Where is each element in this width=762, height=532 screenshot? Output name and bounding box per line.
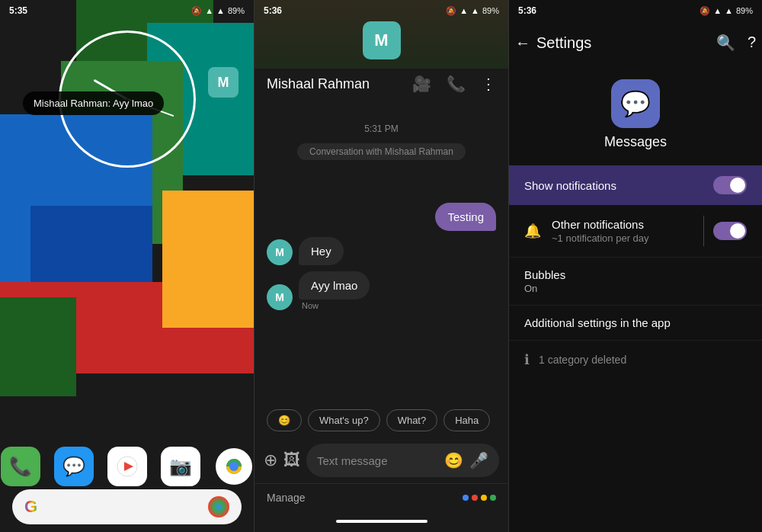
dot-green xyxy=(490,495,496,501)
home-status-bar: 5:35 🔕 ▲ ▲ 89% xyxy=(0,0,254,21)
chat-status-time: 5:36 xyxy=(264,5,282,16)
category-deleted-row: ℹ 1 category deleted xyxy=(509,341,762,379)
chat-action-icons: 🎥 📞 ⋮ xyxy=(412,75,496,93)
quick-reply-emoji[interactable]: 😊 xyxy=(267,409,302,431)
other-notifications-row[interactable]: 🔔 Other notifications ~1 notification pe… xyxy=(509,205,762,258)
other-notifications-title: Other notifications xyxy=(552,218,694,231)
received-avatar-1: M xyxy=(267,239,293,265)
settings-wifi-icon: ▲ xyxy=(725,6,733,15)
received-bubble-ayylmao: M Ayy lmao Now xyxy=(267,271,496,310)
dot-yellow xyxy=(481,495,487,501)
toggle-knob-other xyxy=(730,223,745,239)
image-icon[interactable]: 🖼 xyxy=(283,450,300,470)
chat-status-icons: 🔕 ▲ ▲ 89% xyxy=(446,6,499,16)
home-battery-text: 89% xyxy=(228,6,245,15)
additional-settings-title: Additional settings in the app xyxy=(524,316,747,329)
home-m-avatar: M xyxy=(208,67,239,98)
svg-point-4 xyxy=(229,462,239,471)
search-button[interactable]: 🔍 xyxy=(716,34,735,52)
other-notifications-content: Other notifications ~1 notification per … xyxy=(552,218,694,244)
google-dots xyxy=(463,495,496,501)
panel-chat: M 5:36 🔕 ▲ ▲ 89% Mishaal Rahman 🎥 📞 ⋮ 5:… xyxy=(254,0,508,532)
emoji-icon[interactable]: 😊 xyxy=(444,451,463,470)
notification-bubble[interactable]: Mishaal Rahman: Ayy lmao xyxy=(23,91,164,115)
quick-reply-whatsup[interactable]: What's up? xyxy=(308,409,380,431)
bell-icon: 🔔 xyxy=(524,223,552,239)
received-text-hey: Hey xyxy=(299,237,344,265)
sent-bubble-text: Testing xyxy=(447,210,484,223)
divider-line xyxy=(703,216,704,246)
manage-bar: Manage xyxy=(255,483,508,511)
notification-text: Mishaal Rahman: Ayy lmao xyxy=(34,98,153,109)
contact-avatar-letter: M xyxy=(374,30,388,50)
message-input-box[interactable]: Text message 😊 🎤 xyxy=(306,444,499,477)
quick-reply-haha[interactable]: Haha xyxy=(443,409,490,431)
bubbles-row[interactable]: Bubbles On xyxy=(509,258,762,306)
category-deleted-text: 1 category deleted xyxy=(539,354,626,366)
home-status-time: 5:35 xyxy=(9,5,27,16)
wallpaper-block-darkgreen2 xyxy=(0,297,76,396)
conversation-label: Conversation with Mishaal Rahman xyxy=(297,143,466,160)
settings-status-icons: 🔕 ▲ ▲ 89% xyxy=(700,6,753,16)
bubbles-subtitle: On xyxy=(524,283,747,294)
contact-avatar-large: M xyxy=(363,21,401,59)
chat-input-row: ⊕ 🖼 Text message 😊 🎤 xyxy=(255,437,508,483)
dock-messages-icon[interactable]: 💬 xyxy=(54,447,94,486)
dock-camera-icon[interactable]: 📷 xyxy=(161,447,200,486)
bubbles-title: Bubbles xyxy=(524,268,747,281)
messages-app-icon: 💬 xyxy=(620,89,651,118)
received-text-ayylmao: Ayy lmao xyxy=(299,271,370,300)
received-avatar-2: M xyxy=(267,284,293,310)
chat-message-list: 5:31 PM Conversation with Mishaal Rahman… xyxy=(255,105,508,403)
home-dock: 📞 💬 📷 xyxy=(0,447,254,486)
additional-settings-row[interactable]: Additional settings in the app xyxy=(509,306,762,341)
attach-icon[interactable]: ⊕ xyxy=(264,450,277,470)
settings-signal-icon: ▲ xyxy=(713,6,722,15)
quick-replies-bar: 😊 What's up? What? Haha xyxy=(255,403,508,437)
dot-red xyxy=(472,495,478,501)
settings-mute-icon: 🔕 xyxy=(700,6,710,16)
received-bubble-hey: M Hey xyxy=(267,237,496,265)
nav-home-indicator xyxy=(336,520,427,523)
google-assistant-icon[interactable] xyxy=(208,496,229,518)
back-button[interactable]: ← xyxy=(515,34,530,52)
more-options-icon[interactable]: ⋮ xyxy=(481,75,496,93)
nav-bar xyxy=(255,511,508,532)
settings-status-bar: 5:36 🔕 ▲ ▲ 89% xyxy=(509,0,762,21)
settings-status-time: 5:36 xyxy=(518,5,536,16)
settings-battery-text: 89% xyxy=(736,6,753,15)
dock-phone-icon[interactable]: 📞 xyxy=(1,447,40,486)
show-notifications-toggle[interactable] xyxy=(713,176,747,194)
chat-battery-text: 89% xyxy=(482,6,499,15)
toggle-knob-show xyxy=(730,178,745,193)
panel-settings: 5:36 🔕 ▲ ▲ 89% ← Settings 🔍 ? 💬 Messages… xyxy=(508,0,762,532)
dock-play-icon[interactable] xyxy=(107,447,147,486)
home-wifi-icon: ▲ xyxy=(216,6,225,15)
panel-home-screen: 5:35 🔕 ▲ ▲ 89% Mishaal Rahman: Ayy lmao … xyxy=(0,0,254,532)
show-notifications-label: Show notifications xyxy=(524,179,616,192)
mic-icon[interactable]: 🎤 xyxy=(469,451,488,470)
home-search-bar[interactable]: G xyxy=(12,489,242,524)
help-button[interactable]: ? xyxy=(748,34,756,52)
received-col-ayylmao: Ayy lmao Now xyxy=(299,271,370,310)
message-timestamp: 5:31 PM xyxy=(267,123,496,134)
phone-call-icon[interactable]: 📞 xyxy=(447,75,466,93)
contact-name: Mishaal Rahman xyxy=(267,76,412,92)
other-notifications-subtitle: ~1 notification per day xyxy=(552,232,694,244)
info-icon: ℹ xyxy=(524,351,530,368)
show-notifications-row[interactable]: Show notifications xyxy=(509,165,762,205)
google-logo: G xyxy=(24,497,37,517)
home-signal-icon: ▲ xyxy=(205,6,213,15)
dock-chrome-icon[interactable] xyxy=(214,447,254,486)
dot-blue xyxy=(463,495,469,501)
sent-bubble-testing: Testing xyxy=(435,203,496,231)
quick-reply-what[interactable]: What? xyxy=(386,409,438,431)
home-m-label: M xyxy=(218,75,229,91)
home-mute-icon: 🔕 xyxy=(191,6,202,16)
wallpaper-block-yellow xyxy=(162,191,254,328)
other-notifications-toggle[interactable] xyxy=(713,222,747,240)
video-call-icon[interactable]: 🎥 xyxy=(412,75,431,93)
manage-label[interactable]: Manage xyxy=(267,492,306,504)
message-input-placeholder: Text message xyxy=(317,454,438,467)
settings-appbar: ← Settings 🔍 ? xyxy=(509,21,762,64)
